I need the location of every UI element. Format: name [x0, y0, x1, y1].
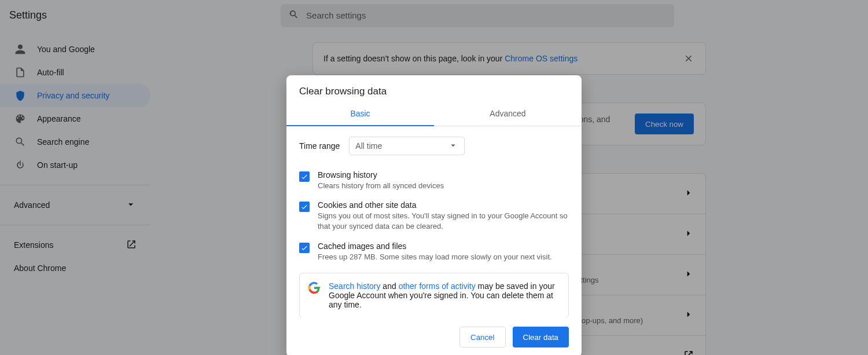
checkbox-desc: Frees up 287 MB. Some sites may load mor…: [318, 252, 552, 262]
checkbox-desc: Clears history from all synced devices: [318, 181, 444, 191]
checkbox-icon: [299, 171, 310, 182]
checkbox-label: Cookies and other site data: [318, 200, 569, 210]
time-range-value: All time: [355, 141, 382, 151]
checkbox-label: Browsing history: [318, 170, 444, 180]
cancel-button[interactable]: Cancel: [459, 327, 506, 347]
checkbox-icon: [299, 243, 310, 253]
google-notice-text: Search history and other forms of activi…: [329, 281, 560, 309]
time-range-label: Time range: [299, 141, 340, 151]
google-account-notice: Search history and other forms of activi…: [299, 273, 569, 317]
clear-browsing-data-dialog: Clear browsing data Basic Advanced Time …: [286, 75, 582, 355]
tab-advanced[interactable]: Advanced: [434, 102, 582, 126]
google-logo-icon: [308, 281, 321, 294]
tab-basic[interactable]: Basic: [286, 102, 434, 126]
checkbox-icon: [299, 202, 310, 212]
clear-data-button[interactable]: Clear data: [513, 327, 569, 347]
checkbox-label: Cached images and files: [318, 241, 552, 251]
checkbox-cookies[interactable]: Cookies and other site dataSigns you out…: [299, 196, 569, 236]
checkbox-cached[interactable]: Cached images and filesFrees up 287 MB. …: [299, 237, 569, 267]
other-activity-link[interactable]: other forms of activity: [399, 281, 476, 291]
dialog-title: Clear browsing data: [286, 75, 582, 102]
time-range-select[interactable]: All time: [349, 137, 465, 155]
chevron-down-icon: [448, 140, 458, 152]
dialog-tabs: Basic Advanced: [286, 102, 582, 126]
search-history-link[interactable]: Search history: [329, 281, 380, 291]
checkbox-browsing-history[interactable]: Browsing historyClears history from all …: [299, 166, 569, 196]
checkbox-desc: Signs you out of most sites. You'll stay…: [318, 211, 569, 232]
